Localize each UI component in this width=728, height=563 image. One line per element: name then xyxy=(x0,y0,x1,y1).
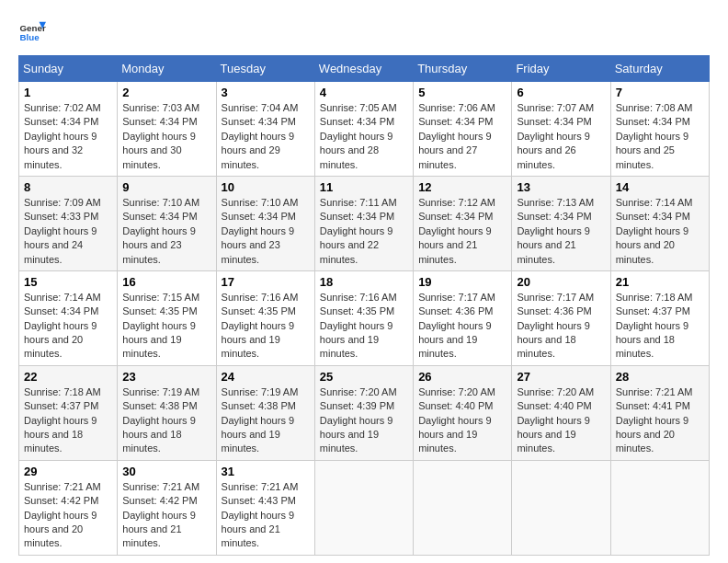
day-cell: 5 Sunrise: 7:06 AM Sunset: 4:34 PM Dayli… xyxy=(414,82,512,177)
day-number: 9 xyxy=(122,180,210,194)
day-info: Sunrise: 7:10 AM Sunset: 4:34 PM Dayligh… xyxy=(122,196,210,267)
day-number: 5 xyxy=(418,86,506,99)
day-info: Sunrise: 7:16 AM Sunset: 4:35 PM Dayligh… xyxy=(222,291,310,362)
day-info: Sunrise: 7:21 AM Sunset: 4:41 PM Dayligh… xyxy=(616,385,704,456)
day-info: Sunrise: 7:21 AM Sunset: 4:43 PM Dayligh… xyxy=(222,480,310,551)
day-number: 24 xyxy=(222,370,310,384)
day-info: Sunrise: 7:07 AM Sunset: 4:34 PM Dayligh… xyxy=(517,101,605,172)
day-cell: 27 Sunrise: 7:20 AM Sunset: 4:40 PM Dayl… xyxy=(512,365,610,460)
day-number: 29 xyxy=(24,465,112,478)
day-info: Sunrise: 7:19 AM Sunset: 4:38 PM Dayligh… xyxy=(222,385,310,456)
logo-icon: General Blue xyxy=(18,18,46,46)
day-number: 16 xyxy=(122,275,210,289)
day-cell: 17 Sunrise: 7:16 AM Sunset: 4:35 PM Dayl… xyxy=(216,270,314,365)
day-number: 17 xyxy=(222,275,310,289)
day-number: 20 xyxy=(517,275,605,289)
day-cell: 15 Sunrise: 7:14 AM Sunset: 4:34 PM Dayl… xyxy=(19,270,118,365)
day-info: Sunrise: 7:20 AM Sunset: 4:40 PM Dayligh… xyxy=(418,385,506,456)
day-number: 31 xyxy=(222,465,310,478)
day-cell: 1 Sunrise: 7:02 AM Sunset: 4:34 PM Dayli… xyxy=(19,82,118,177)
day-info: Sunrise: 7:06 AM Sunset: 4:34 PM Dayligh… xyxy=(418,101,506,172)
day-info: Sunrise: 7:17 AM Sunset: 4:36 PM Dayligh… xyxy=(517,291,605,362)
day-info: Sunrise: 7:19 AM Sunset: 4:38 PM Dayligh… xyxy=(122,385,210,456)
day-number: 14 xyxy=(616,180,704,194)
day-number: 12 xyxy=(418,180,506,194)
day-number: 8 xyxy=(24,180,112,194)
day-cell: 18 Sunrise: 7:16 AM Sunset: 4:35 PM Dayl… xyxy=(314,270,413,365)
calendar: SundayMondayTuesdayWednesdayThursdayFrid… xyxy=(18,55,710,556)
day-info: Sunrise: 7:02 AM Sunset: 4:34 PM Dayligh… xyxy=(24,101,112,172)
day-number: 4 xyxy=(320,86,408,99)
weekday-header-friday: Friday xyxy=(512,56,610,82)
day-cell: 19 Sunrise: 7:17 AM Sunset: 4:36 PM Dayl… xyxy=(414,270,512,365)
day-cell xyxy=(314,460,413,555)
day-cell: 29 Sunrise: 7:21 AM Sunset: 4:42 PM Dayl… xyxy=(19,460,118,555)
day-cell: 9 Sunrise: 7:10 AM Sunset: 4:34 PM Dayli… xyxy=(118,176,216,270)
day-number: 30 xyxy=(122,465,210,478)
day-cell: 11 Sunrise: 7:11 AM Sunset: 4:34 PM Dayl… xyxy=(314,176,413,270)
day-number: 13 xyxy=(517,180,605,194)
day-info: Sunrise: 7:03 AM Sunset: 4:34 PM Dayligh… xyxy=(122,101,210,172)
day-cell: 6 Sunrise: 7:07 AM Sunset: 4:34 PM Dayli… xyxy=(512,82,610,177)
day-cell xyxy=(610,460,709,555)
day-number: 2 xyxy=(122,86,210,99)
day-cell: 7 Sunrise: 7:08 AM Sunset: 4:34 PM Dayli… xyxy=(610,82,709,177)
week-row-3: 15 Sunrise: 7:14 AM Sunset: 4:34 PM Dayl… xyxy=(19,270,710,365)
day-info: Sunrise: 7:13 AM Sunset: 4:34 PM Dayligh… xyxy=(517,196,605,267)
day-cell xyxy=(512,460,610,555)
week-row-4: 22 Sunrise: 7:18 AM Sunset: 4:37 PM Dayl… xyxy=(19,365,710,460)
day-info: Sunrise: 7:04 AM Sunset: 4:34 PM Dayligh… xyxy=(222,101,310,172)
weekday-header-row: SundayMondayTuesdayWednesdayThursdayFrid… xyxy=(19,56,710,82)
svg-text:Blue: Blue xyxy=(20,32,40,42)
week-row-5: 29 Sunrise: 7:21 AM Sunset: 4:42 PM Dayl… xyxy=(19,460,710,555)
weekday-header-sunday: Sunday xyxy=(19,56,118,82)
day-info: Sunrise: 7:16 AM Sunset: 4:35 PM Dayligh… xyxy=(320,291,408,362)
day-number: 22 xyxy=(24,370,112,384)
day-info: Sunrise: 7:20 AM Sunset: 4:39 PM Dayligh… xyxy=(320,385,408,456)
day-cell: 16 Sunrise: 7:15 AM Sunset: 4:35 PM Dayl… xyxy=(118,270,216,365)
weekday-header-wednesday: Wednesday xyxy=(314,56,413,82)
day-cell: 21 Sunrise: 7:18 AM Sunset: 4:37 PM Dayl… xyxy=(610,270,709,365)
day-number: 3 xyxy=(222,86,310,99)
week-row-2: 8 Sunrise: 7:09 AM Sunset: 4:33 PM Dayli… xyxy=(19,176,710,270)
day-cell: 26 Sunrise: 7:20 AM Sunset: 4:40 PM Dayl… xyxy=(414,365,512,460)
day-cell: 10 Sunrise: 7:10 AM Sunset: 4:34 PM Dayl… xyxy=(216,176,314,270)
weekday-header-monday: Monday xyxy=(118,56,216,82)
day-cell: 30 Sunrise: 7:21 AM Sunset: 4:42 PM Dayl… xyxy=(118,460,216,555)
day-number: 25 xyxy=(320,370,408,384)
day-number: 6 xyxy=(517,86,605,99)
day-info: Sunrise: 7:20 AM Sunset: 4:40 PM Dayligh… xyxy=(517,385,605,456)
day-cell: 3 Sunrise: 7:04 AM Sunset: 4:34 PM Dayli… xyxy=(216,82,314,177)
weekday-header-saturday: Saturday xyxy=(610,56,709,82)
day-cell: 25 Sunrise: 7:20 AM Sunset: 4:39 PM Dayl… xyxy=(314,365,413,460)
day-info: Sunrise: 7:11 AM Sunset: 4:34 PM Dayligh… xyxy=(320,196,408,267)
day-info: Sunrise: 7:09 AM Sunset: 4:33 PM Dayligh… xyxy=(24,196,112,267)
day-info: Sunrise: 7:05 AM Sunset: 4:34 PM Dayligh… xyxy=(320,101,408,172)
day-info: Sunrise: 7:21 AM Sunset: 4:42 PM Dayligh… xyxy=(122,480,210,551)
day-info: Sunrise: 7:14 AM Sunset: 4:34 PM Dayligh… xyxy=(24,291,112,362)
day-number: 18 xyxy=(320,275,408,289)
day-cell: 8 Sunrise: 7:09 AM Sunset: 4:33 PM Dayli… xyxy=(19,176,118,270)
day-number: 7 xyxy=(616,86,704,99)
day-number: 28 xyxy=(616,370,704,384)
day-number: 23 xyxy=(122,370,210,384)
day-cell: 14 Sunrise: 7:14 AM Sunset: 4:34 PM Dayl… xyxy=(610,176,709,270)
day-cell xyxy=(414,460,512,555)
header: General Blue xyxy=(18,18,710,46)
day-info: Sunrise: 7:08 AM Sunset: 4:34 PM Dayligh… xyxy=(616,101,704,172)
weekday-header-tuesday: Tuesday xyxy=(216,56,314,82)
day-number: 19 xyxy=(418,275,506,289)
day-info: Sunrise: 7:12 AM Sunset: 4:34 PM Dayligh… xyxy=(418,196,506,267)
day-cell: 31 Sunrise: 7:21 AM Sunset: 4:43 PM Dayl… xyxy=(216,460,314,555)
logo: General Blue xyxy=(18,18,46,46)
day-number: 15 xyxy=(24,275,112,289)
day-info: Sunrise: 7:14 AM Sunset: 4:34 PM Dayligh… xyxy=(616,196,704,267)
day-number: 10 xyxy=(222,180,310,194)
day-info: Sunrise: 7:18 AM Sunset: 4:37 PM Dayligh… xyxy=(616,291,704,362)
day-info: Sunrise: 7:15 AM Sunset: 4:35 PM Dayligh… xyxy=(122,291,210,362)
day-number: 11 xyxy=(320,180,408,194)
day-cell: 28 Sunrise: 7:21 AM Sunset: 4:41 PM Dayl… xyxy=(610,365,709,460)
day-info: Sunrise: 7:18 AM Sunset: 4:37 PM Dayligh… xyxy=(24,385,112,456)
day-cell: 13 Sunrise: 7:13 AM Sunset: 4:34 PM Dayl… xyxy=(512,176,610,270)
day-info: Sunrise: 7:10 AM Sunset: 4:34 PM Dayligh… xyxy=(222,196,310,267)
